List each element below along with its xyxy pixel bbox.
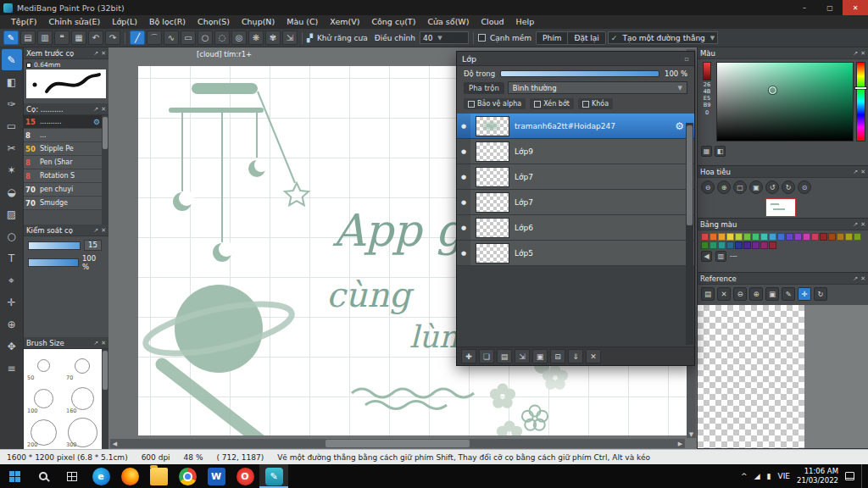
- popout-icon[interactable]: ↗: [853, 275, 858, 282]
- menu-item[interactable]: Công cụ(T): [365, 15, 421, 29]
- menu-item[interactable]: Chụp(N): [236, 15, 281, 29]
- gradient-tool[interactable]: ▨: [2, 203, 22, 225]
- popout-icon[interactable]: ↗: [853, 221, 858, 228]
- spiral-tool[interactable]: ◎: [231, 30, 247, 45]
- palette-swatch[interactable]: [803, 233, 810, 241]
- key-button[interactable]: Phím: [537, 32, 567, 44]
- palette-swatch[interactable]: [752, 241, 760, 249]
- export-icon[interactable]: ▥: [37, 30, 53, 45]
- red-slider[interactable]: [703, 62, 711, 80]
- menu-item[interactable]: Lớp(L): [106, 15, 143, 29]
- rotate-left-icon[interactable]: ↺: [765, 180, 779, 194]
- palette-swatch[interactable]: [726, 233, 734, 241]
- pen-tool[interactable]: ✎: [2, 49, 22, 70]
- brush-list-item[interactable]: 50 Stipple Pe ⚙: [24, 142, 102, 156]
- medibang-icon[interactable]: ✎: [259, 464, 288, 488]
- menu-item[interactable]: Tệp(F): [5, 15, 43, 29]
- palette-swatch[interactable]: [845, 233, 853, 241]
- color-mode-icon[interactable]: ▦: [701, 146, 712, 157]
- battery-icon[interactable]: ▮: [767, 472, 771, 480]
- scrollbar-thumb[interactable]: [326, 440, 470, 447]
- dash-line-tool[interactable]: ◌: [214, 30, 230, 45]
- color-cursor[interactable]: [769, 86, 776, 94]
- scroll-right-icon[interactable]: ▶: [676, 441, 685, 447]
- popout-icon[interactable]: ↗: [853, 169, 858, 175]
- brush-list-item[interactable]: 8 Rotation S ⚙: [24, 169, 102, 183]
- zoom-in-icon[interactable]: ⊕: [717, 180, 731, 194]
- layer-row[interactable]: ● Lớp5 ⚙: [457, 241, 694, 266]
- anti-alias-icon[interactable]: ▞: [307, 34, 313, 42]
- delete-layer-icon[interactable]: ✕: [586, 349, 601, 363]
- popout-icon[interactable]: ↗: [93, 340, 98, 347]
- brush-list-item[interactable]: 70 pen chuyi ⚙: [24, 183, 102, 197]
- pencil-tool[interactable]: ✑: [2, 93, 22, 114]
- ref-hand-icon[interactable]: ✛: [798, 287, 811, 301]
- brush-size-slider[interactable]: [28, 241, 81, 250]
- menu-item[interactable]: Cửa sổ(W): [421, 15, 475, 29]
- divide-tool[interactable]: ≡: [2, 358, 22, 379]
- curve-tool[interactable]: ⌒: [147, 30, 162, 45]
- palette-swatch[interactable]: [811, 233, 819, 241]
- eyedropper-tool[interactable]: ⌖: [2, 269, 22, 291]
- close-icon[interactable]: ✕: [101, 340, 106, 347]
- zoom-tool[interactable]: ⊕: [2, 313, 22, 335]
- merge-down-icon[interactable]: ⇓: [568, 349, 583, 363]
- layer-row[interactable]: ● Lớp7 ⚙: [457, 164, 694, 190]
- palette-swatch[interactable]: [743, 233, 751, 241]
- palette-swatch[interactable]: [760, 233, 768, 241]
- menu-item[interactable]: Help: [510, 15, 541, 29]
- start-button[interactable]: [0, 464, 29, 488]
- show-desktop-button[interactable]: [861, 464, 865, 488]
- brush-size-scrollbar[interactable]: [102, 349, 108, 449]
- palette-swatch[interactable]: [735, 233, 743, 241]
- reference-viewport[interactable]: [698, 305, 868, 448]
- ref-zoom-in-icon[interactable]: ⊕: [749, 287, 763, 301]
- firefox-icon[interactable]: [115, 464, 144, 488]
- combine-layers-icon[interactable]: ⊟: [550, 349, 565, 363]
- rosette-tool[interactable]: ❋: [248, 30, 264, 45]
- brush-list-item[interactable]: 70 Smudge ⚙: [24, 197, 102, 210]
- duplicate-layer-icon[interactable]: ❏: [479, 349, 494, 363]
- chrome-icon[interactable]: [173, 464, 202, 488]
- brush-list-item[interactable]: 8 Pen (Shar ⚙: [24, 156, 102, 169]
- hue-slider[interactable]: [856, 62, 865, 141]
- rotate-right-icon[interactable]: ↻: [782, 180, 795, 194]
- layer-row[interactable]: ● Lớp6 ⚙: [457, 215, 694, 241]
- menu-item[interactable]: Chỉnh sửa(E): [43, 15, 107, 29]
- brush-size-preset[interactable]: 100: [24, 382, 63, 415]
- adjust-select[interactable]: 40 ▼: [420, 31, 469, 44]
- menu-item[interactable]: Chọn(S): [192, 15, 236, 29]
- new-canvas-icon[interactable]: ✎: [3, 30, 19, 45]
- layer-visibility-icon[interactable]: ●: [457, 139, 470, 164]
- maximize-button[interactable]: ▢: [817, 0, 843, 15]
- close-icon[interactable]: ✕: [860, 221, 865, 228]
- magic-wand-tool[interactable]: ✶: [2, 159, 22, 180]
- palette-prev-icon[interactable]: ◀: [701, 251, 712, 262]
- close-icon[interactable]: ✕: [101, 227, 106, 234]
- layer-option-checkbox[interactable]: Xén bớt: [530, 98, 574, 109]
- palette-swatch[interactable]: [837, 233, 844, 241]
- zoom-out-icon[interactable]: ⊖: [701, 180, 715, 194]
- close-reference-icon[interactable]: ✕: [717, 287, 731, 301]
- ref-fit-icon[interactable]: ▣: [765, 287, 779, 301]
- task-view-button[interactable]: [58, 464, 86, 488]
- palette-swatch[interactable]: [743, 241, 751, 249]
- material-grid-icon[interactable]: ▦: [71, 30, 86, 45]
- layer-opacity-slider[interactable]: [500, 70, 659, 77]
- layer-row[interactable]: ● Lớp9 ⚙: [457, 139, 694, 164]
- line-mode-dropdown[interactable]: ✓ Tạo một đường thẳng ▼: [608, 31, 718, 44]
- soft-edge-checkbox[interactable]: [478, 34, 486, 42]
- save-icon[interactable]: ▤: [20, 30, 36, 45]
- add-layer-icon[interactable]: ✚: [461, 349, 476, 363]
- layer-material-icon[interactable]: ▤: [497, 349, 512, 363]
- palette-swatch[interactable]: [786, 233, 793, 241]
- lasso-tool[interactable]: ✂: [2, 137, 22, 158]
- close-icon[interactable]: ✕: [860, 275, 865, 282]
- menu-item[interactable]: Xem(V): [324, 15, 365, 29]
- undo-icon[interactable]: ↶: [88, 30, 103, 45]
- move-tool[interactable]: ✛: [2, 291, 22, 313]
- palette-swatch[interactable]: [709, 233, 717, 241]
- palette-swatch[interactable]: [820, 233, 827, 241]
- palette-swatch[interactable]: [718, 233, 726, 241]
- language-indicator[interactable]: VIE: [778, 472, 791, 480]
